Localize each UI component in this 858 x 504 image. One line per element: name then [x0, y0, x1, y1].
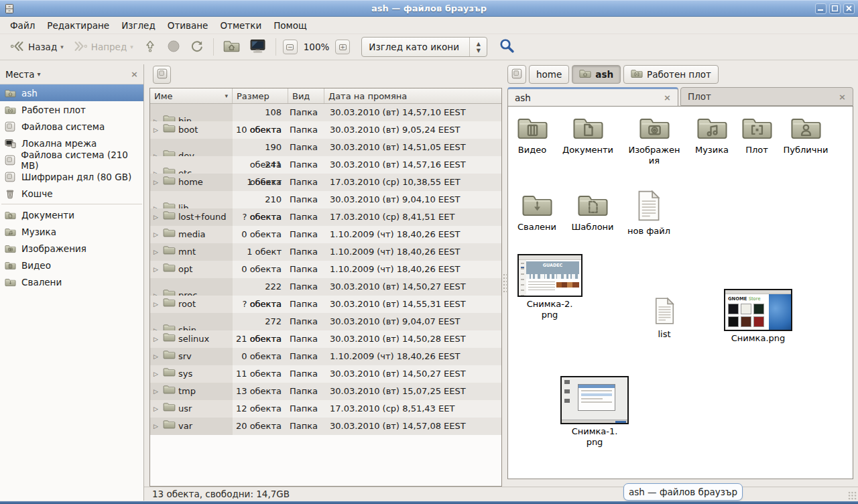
taskbar-tooltip: ash — файлов браузър: [623, 483, 743, 501]
tree-pane-root-button[interactable]: [153, 66, 171, 84]
breadcrumb-ash-button[interactable]: ash: [572, 65, 621, 84]
column-header-size[interactable]: Размер: [233, 88, 288, 103]
file-item-нов-файл[interactable]: нов файл: [621, 190, 677, 237]
tree-row-lib[interactable]: ▷lib210 обектаПапка30.03.2010 (вт) 9,04,…: [150, 191, 501, 208]
sidebar-item-ash[interactable]: ash: [0, 84, 143, 101]
sidebar-item-Файлова система (210 MB)[interactable]: Файлова система (210 MB): [0, 151, 143, 168]
sidebar-item-Документи[interactable]: Документи: [0, 206, 143, 223]
file-item-Снимка-1.-png[interactable]: Снимка-1. png: [557, 376, 632, 447]
sidebar-item-Изображения[interactable]: Изображения: [0, 240, 143, 257]
zoom-out-button[interactable]: −: [283, 40, 298, 54]
pane-splitter[interactable]: [503, 273, 507, 294]
expander-icon[interactable]: ▷: [154, 261, 160, 278]
tree-row-bin[interactable]: ▷bin108 обектаПапка30.03.2010 (вт) 14,57…: [150, 104, 501, 121]
expander-icon[interactable]: ▷: [154, 365, 160, 383]
file-item-Плот[interactable]: Плот: [732, 115, 782, 155]
tree-row-etc[interactable]: ▷etc241 обектаПапка30.03.2010 (вт) 14,57…: [150, 156, 501, 174]
back-dropdown-icon[interactable]: ▾: [60, 44, 64, 50]
search-button[interactable]: [497, 37, 517, 57]
column-header-type[interactable]: Вид: [288, 88, 324, 103]
tree-row-proc[interactable]: ▷proc222 обектаПапка30.03.2010 (вт) 14,5…: [150, 278, 501, 296]
titlebar[interactable]: ash — файлов браузър: [0, 0, 858, 17]
breadcrumb-root-button[interactable]: [507, 65, 526, 84]
reload-button[interactable]: [185, 37, 208, 58]
file-item-Видео[interactable]: Видео: [504, 115, 560, 155]
tree-row-dev[interactable]: ▷dev190 обектаПапка30.03.2010 (вт) 14,51…: [150, 139, 501, 156]
file-item-Свалени[interactable]: Свалени: [509, 192, 565, 233]
tree-row-var[interactable]: ▷var20 обектаПапка30.03.2010 (вт) 14,57,…: [150, 418, 501, 435]
file-item-Шаблони[interactable]: Шаблони: [564, 192, 621, 233]
tree-row-sys[interactable]: ▷sys11 обектаПапка30.03.2010 (вт) 14,50,…: [150, 365, 501, 383]
tree-row-selinux[interactable]: ▷selinux21 обектаПапка30.03.2010 (вт) 14…: [150, 330, 501, 348]
expander-icon[interactable]: ▷: [154, 208, 160, 226]
tree-cell-size: ? обекта: [233, 208, 288, 226]
close-button[interactable]: [843, 3, 855, 14]
sidebar-item-Кошче[interactable]: Кошче: [0, 185, 143, 202]
tab-close-icon[interactable]: ×: [664, 92, 671, 103]
file-item-list[interactable]: list: [639, 297, 689, 340]
expander-icon[interactable]: ▷: [154, 226, 160, 243]
tree-row-tmp[interactable]: ▷tmp13 обектаПапка30.03.2010 (вт) 15,07,…: [150, 383, 501, 400]
menu-item-2[interactable]: Изглед: [115, 18, 162, 33]
spinner-arrows-icon[interactable]: ▲▼: [469, 38, 487, 56]
sidebar-item-Свалени[interactable]: Свалени: [0, 273, 143, 290]
expander-icon[interactable]: ▷: [154, 174, 160, 191]
expander-icon[interactable]: ▷: [154, 121, 160, 139]
minimize-button[interactable]: [815, 3, 826, 14]
tree-row-home[interactable]: ▷home1 обектПапка17.03.2010 (ср) 10,38,5…: [150, 174, 501, 191]
home-button[interactable]: [219, 36, 245, 58]
zoom-in-button[interactable]: +: [335, 40, 350, 54]
tab-plot[interactable]: Плот×: [680, 87, 853, 106]
tab-ash[interactable]: ash×: [507, 87, 678, 106]
expander-icon[interactable]: ▷: [154, 383, 160, 400]
tree-row-opt[interactable]: ▷opt0 обектаПапка1.10.2009 (чт) 18,40,26…: [150, 261, 501, 278]
resize-grip[interactable]: [848, 491, 857, 500]
maximize-button[interactable]: [829, 3, 841, 14]
sidebar-item-Файлова система[interactable]: Файлова система: [0, 118, 143, 135]
tree-row-usr[interactable]: ▷usr12 обектаПапка17.03.2010 (ср) 8,51,4…: [150, 400, 501, 418]
file-item-Снимка.png[interactable]: GNOME StoreСнимка.png: [721, 289, 796, 344]
file-item-Изображен-ия[interactable]: Изображен ия: [626, 115, 682, 166]
back-button[interactable]: Назад ▾: [5, 37, 68, 58]
sidebar-dropdown-icon[interactable]: ▾: [38, 70, 41, 78]
tree-row-sbin[interactable]: ▷sbin272 обектаПапка30.03.2010 (вт) 9,04…: [150, 313, 501, 330]
computer-button[interactable]: [245, 36, 271, 58]
tree-row-lost+found[interactable]: ▷lost+found? обектаПапка17.03.2010 (ср) …: [150, 208, 501, 226]
expander-icon[interactable]: ▷: [154, 348, 160, 365]
forward-button[interactable]: Напред ▾: [68, 37, 138, 58]
file-item-Публични[interactable]: Публични: [778, 115, 834, 155]
expander-icon[interactable]: ▷: [154, 418, 160, 435]
tree-row-mnt[interactable]: ▷mnt1 обектПапка1.10.2009 (чт) 18,40,26 …: [150, 243, 501, 261]
menu-item-1[interactable]: Редактиране: [41, 18, 115, 33]
column-header-name[interactable]: Име▾: [150, 88, 233, 103]
file-item-Снимка-2.-png[interactable]: GUADECСнимка-2. png: [512, 254, 587, 320]
expander-icon[interactable]: ▷: [154, 243, 160, 261]
sidebar-item-Шифриран дял (80 GB)[interactable]: Шифриран дял (80 GB): [0, 168, 143, 185]
menu-item-4[interactable]: Отметки: [214, 18, 267, 33]
expander-icon[interactable]: ▷: [154, 296, 160, 313]
breadcrumb-home-button[interactable]: home: [529, 65, 569, 84]
tree-row-root[interactable]: ▷root? обектаПапка30.03.2010 (вт) 14,55,…: [150, 296, 501, 313]
tree-row-boot[interactable]: ▷boot10 обектаПапка30.03.2010 (вт) 9,05,…: [150, 121, 501, 139]
up-button[interactable]: [138, 37, 162, 58]
sidebar-close-icon[interactable]: ×: [131, 69, 138, 79]
menu-item-3[interactable]: Отиване: [162, 18, 214, 33]
expander-icon[interactable]: ▷: [154, 330, 160, 348]
tab-close-icon[interactable]: ×: [839, 92, 846, 102]
icon-view[interactable]: ВидеоДокументиИзображен ияМузикаПлотПубл…: [507, 106, 853, 479]
menu-item-5[interactable]: Помощ: [267, 18, 313, 33]
file-label: Снимка.png: [731, 333, 786, 344]
sidebar-title[interactable]: Места: [5, 69, 35, 80]
sidebar-item-Работен плот[interactable]: Работен плот: [0, 101, 143, 118]
menubar: ФайлРедактиранеИзгледОтиванеОтметкиПомощ: [0, 17, 858, 34]
view-mode-select[interactable]: Изглед като икони ▲▼: [361, 37, 487, 57]
menu-item-0[interactable]: Файл: [4, 18, 41, 33]
breadcrumb-desktop-button[interactable]: Работен плот: [623, 65, 719, 84]
tree-row-media[interactable]: ▷media0 обектаПапка1.10.2009 (чт) 18,40,…: [150, 226, 501, 243]
file-item-Документи[interactable]: Документи: [557, 115, 619, 155]
expander-icon[interactable]: ▷: [154, 400, 160, 418]
tree-row-srv[interactable]: ▷srv0 обектаПапка1.10.2009 (чт) 18,40,26…: [150, 348, 501, 365]
sidebar-item-Музика[interactable]: Музика: [0, 223, 143, 240]
sidebar-item-Видео[interactable]: Видео: [0, 257, 143, 273]
column-header-date[interactable]: Дата на промяна: [324, 88, 501, 103]
